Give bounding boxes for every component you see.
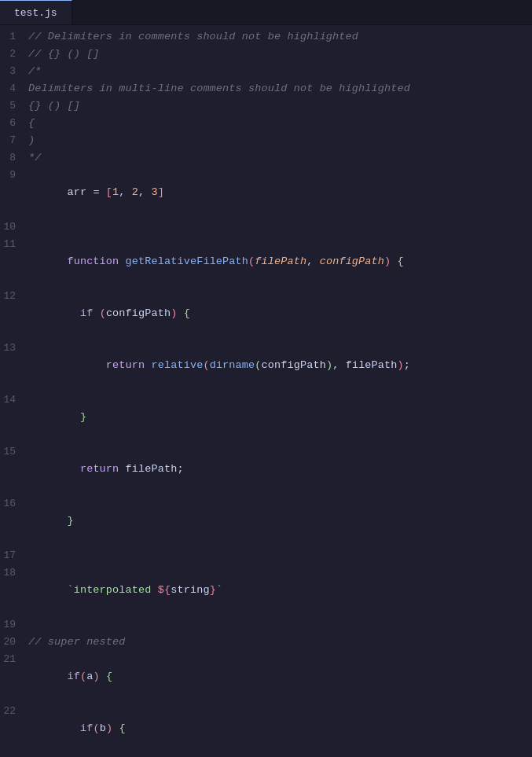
line-14: 14 } [0,391,532,443]
line-2: 2 // {} () [] [0,46,532,63]
line-10: 10 [0,219,532,236]
line-18: 18 `interpolated ${string}` [0,564,532,616]
line-8: 8 */ [0,149,532,167]
line-9: 9 arr = [1, 2, 3] [0,167,532,219]
line-6: 6 { [0,115,532,132]
line-16: 16 } [0,495,532,547]
line-1: 1 // Delimiters in comments should not b… [0,28,532,46]
line-4: 4 Delimiters in multi-line comments shou… [0,80,532,97]
line-19: 19 [0,616,532,634]
line-21: 21 if(a) { [0,651,532,703]
line-20: 20 // super nested [0,634,532,651]
editor: 1 // Delimiters in comments should not b… [0,25,532,757]
tab-test-js[interactable]: test.js [0,0,72,24]
tab-bar: test.js [0,0,532,25]
line-7: 7 ) [0,132,532,149]
line-15: 15 return filePath; [0,443,532,495]
line-11: 11 function getRelativeFilePath(filePath… [0,236,532,288]
line-13: 13 return relative(dirname(configPath), … [0,340,532,391]
line-12: 12 if (configPath) { [0,288,532,340]
line-17: 17 [0,547,532,564]
tab-label: test.js [14,7,57,19]
line-5: 5 {} () [] [0,97,532,115]
line-3: 3 /* [0,63,532,80]
line-22: 22 if(b) { [0,703,532,755]
